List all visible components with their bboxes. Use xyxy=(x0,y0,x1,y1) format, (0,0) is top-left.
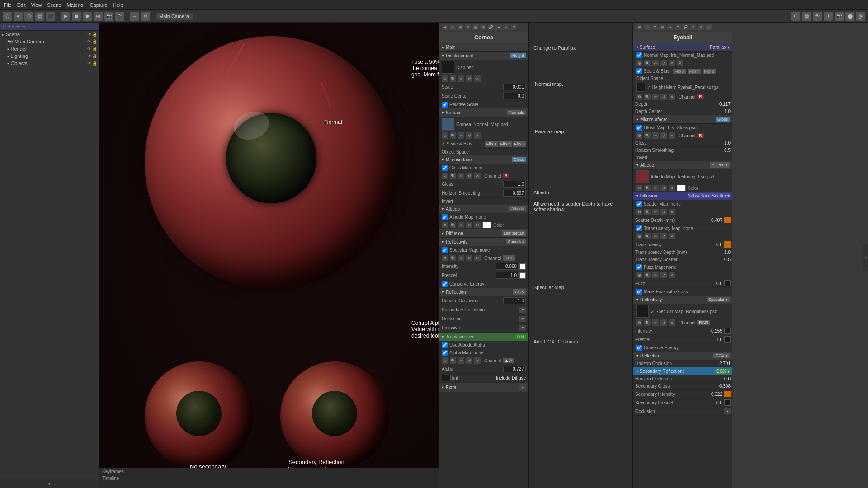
surf-search-icon[interactable]: 🔍 xyxy=(450,132,456,139)
eb-trans-search[interactable]: 🔍 xyxy=(644,233,651,239)
eb-fuzz-edit[interactable]: ✏ xyxy=(652,272,659,278)
surf-edit-icon[interactable]: ✏ xyxy=(458,132,464,139)
cornea-nav-x2[interactable]: ✕ xyxy=(511,24,517,30)
eb-alb-search[interactable]: 🔍 xyxy=(644,185,651,191)
toolbar-icon-7[interactable]: ⏹ xyxy=(72,12,81,21)
eb-nav-9[interactable]: ⬡ xyxy=(705,24,712,30)
surf-refresh-icon[interactable]: ↺ xyxy=(466,132,472,139)
section-surface-parallax[interactable]: ▾ Surface: Parallax ▾ xyxy=(633,43,732,52)
toolbar-icon-8[interactable]: ⏺ xyxy=(83,12,92,21)
section-extra[interactable]: ▾ Extra ▾ xyxy=(439,383,528,392)
eb-scat-search[interactable]: 🔍 xyxy=(644,209,651,215)
reflect-horiz-input[interactable] xyxy=(503,297,526,304)
surf-flipz[interactable]: Flip Z xyxy=(513,141,526,147)
surf-flipy[interactable]: Flip Y xyxy=(499,141,512,147)
eb-nav-3[interactable]: ⚙ xyxy=(659,24,665,30)
trans-search-icon[interactable]: 🔍 xyxy=(450,357,456,364)
trans-edit-icon[interactable]: ✏ xyxy=(458,357,464,364)
eb-section-albedo[interactable]: ▾ Albedo: Albedo ▾ xyxy=(633,161,732,169)
eb-scat-close[interactable]: ✕ xyxy=(669,209,675,215)
eb-norm-refresh[interactable]: ↺ xyxy=(660,60,667,66)
eb-alb-refresh[interactable]: ↺ xyxy=(660,185,667,191)
cornea-nav-check[interactable]: ✓ xyxy=(503,24,509,30)
albedo-settings-icon[interactable]: ⚙ xyxy=(442,222,448,228)
toolbar-icon-4[interactable]: ▤ xyxy=(35,12,44,21)
eb-section-sec-reflection[interactable]: ▾ Secondary Reflection: GGX ▾ xyxy=(633,367,732,375)
eb-fuzzmap-check[interactable] xyxy=(636,264,642,270)
section-microsurface[interactable]: ▾ Microsurface Gloss xyxy=(439,155,528,164)
micro-edit-icon[interactable]: ✏ xyxy=(458,173,464,179)
eb-spec-close[interactable]: ✕ xyxy=(669,319,675,326)
eb-section-diffusion[interactable]: ▾ Diffusion: Subsurface Scatter ▾ xyxy=(633,192,732,200)
disp-scale-input[interactable] xyxy=(503,84,526,90)
toolbar-icon-5[interactable]: ⬛ xyxy=(46,12,55,21)
micro-search-icon[interactable]: 🔍 xyxy=(450,173,456,179)
eb-spec-refresh[interactable]: ↺ xyxy=(660,319,667,326)
grid-icon[interactable]: ▦ xyxy=(802,12,811,21)
cornea-nav-star[interactable]: ★ xyxy=(495,24,502,30)
eb-flipy[interactable]: Flip Y xyxy=(688,69,701,74)
refl-settings-icon[interactable]: ⚙ xyxy=(442,255,448,261)
toolbar-icon-9[interactable]: ⏭ xyxy=(94,12,103,21)
micro-glossmap-check[interactable] xyxy=(442,165,448,171)
trans-tint-box[interactable] xyxy=(442,375,451,381)
eb-nav-4[interactable]: ★ xyxy=(667,24,673,30)
eb-conserve-check[interactable] xyxy=(636,345,642,351)
albedo-edit-icon[interactable]: ✏ xyxy=(458,222,464,228)
eb-scattermap-check[interactable] xyxy=(636,201,642,207)
eb-flipz[interactable]: Flip Z xyxy=(703,69,716,74)
micro-settings-icon[interactable]: ⚙ xyxy=(442,173,448,179)
tree-item-lighting[interactable]: ▪ Lighting 👁🔒 xyxy=(0,52,99,60)
eb-alb-edit[interactable]: ✏ xyxy=(652,185,659,191)
reflect-emis-dropdown[interactable]: ▾ xyxy=(519,325,526,331)
settings-icon[interactable]: ⚙ xyxy=(791,12,800,21)
eb-nav-2[interactable]: ⚙ xyxy=(651,24,658,30)
albedo-search-icon[interactable]: 🔍 xyxy=(450,222,456,228)
cornea-nav-home[interactable]: ⬡ xyxy=(449,24,456,30)
section-albedo[interactable]: ▾ Albedo Albedo xyxy=(439,205,528,213)
refl-refresh-icon[interactable]: ↺ xyxy=(466,255,472,261)
section-extra-dropdown[interactable]: ▾ xyxy=(519,384,526,390)
eb-nav-8[interactable]: ✕ xyxy=(698,24,704,30)
eb-scat-refresh[interactable]: ↺ xyxy=(660,209,667,215)
cornea-nav-left[interactable]: ◀ xyxy=(442,24,448,30)
toolbar-icon-12[interactable]: ↔ xyxy=(130,12,139,21)
eb-alb-colorbox[interactable] xyxy=(677,185,686,191)
eb-spec-edit[interactable]: ✏ xyxy=(652,319,659,326)
tree-item-render[interactable]: ▪ Render 👁🔒 xyxy=(0,45,99,52)
camera-icon[interactable]: 📷 xyxy=(835,12,844,21)
trans-settings-icon[interactable]: ⚙ xyxy=(442,357,448,364)
eb-trans-settings[interactable]: ⚙ xyxy=(636,233,642,239)
section-surface[interactable]: ▾ Surface Normals xyxy=(439,108,528,117)
eb-scalebias-check[interactable] xyxy=(636,68,642,74)
eb-spec-search[interactable]: 🔍 xyxy=(644,319,651,326)
menu-edit[interactable]: Edit xyxy=(17,2,26,8)
eb-nav-1[interactable]: ⬡ xyxy=(644,24,650,30)
eb-gloss-settings[interactable]: ⚙ xyxy=(636,132,642,139)
albedo-close-icon[interactable]: ✕ xyxy=(474,222,481,228)
eb-trans-refresh[interactable]: ↺ xyxy=(660,233,667,239)
disp-search-icon[interactable]: 🔍 xyxy=(450,75,456,82)
section-transparency[interactable]: ▾ Transparency Add xyxy=(439,333,528,341)
tree-item-objects[interactable]: ▪ Objects 👁🔒 xyxy=(0,60,99,67)
eb-norm-edit[interactable]: ✏ xyxy=(652,60,659,66)
sphere-icon[interactable]: ⬤ xyxy=(845,12,854,21)
cornea-nav-settings[interactable]: ⚙ xyxy=(457,24,463,30)
refl-edit-icon[interactable]: ✏ xyxy=(458,255,464,261)
eb-section-microsurface[interactable]: ▾ Microsurface: Gloss xyxy=(633,115,732,124)
disp-relativescale-check[interactable] xyxy=(442,102,448,108)
menu-material[interactable]: Material xyxy=(67,2,85,8)
refl-fresnel-input[interactable] xyxy=(496,272,519,279)
eb-norm-settings[interactable]: ⚙ xyxy=(636,60,642,66)
section-reflection-ggx[interactable]: ▾ Reflection GGX xyxy=(439,288,528,296)
surf-flipx[interactable]: Flip X xyxy=(485,141,498,147)
trans-alpha-input[interactable] xyxy=(503,366,526,372)
eb-normalmap-check[interactable] xyxy=(636,52,642,58)
menu-view[interactable]: View xyxy=(31,2,42,8)
refl-close-icon[interactable]: ✕ xyxy=(474,255,481,261)
trans-refresh-icon[interactable]: ↺ xyxy=(466,357,472,364)
eb-nav-7[interactable]: ✓ xyxy=(690,24,696,30)
toolbar-icon-2[interactable]: ● xyxy=(14,12,23,21)
eb-fuzz-search[interactable]: 🔍 xyxy=(644,272,651,278)
refl-intensity-input[interactable] xyxy=(496,263,519,270)
